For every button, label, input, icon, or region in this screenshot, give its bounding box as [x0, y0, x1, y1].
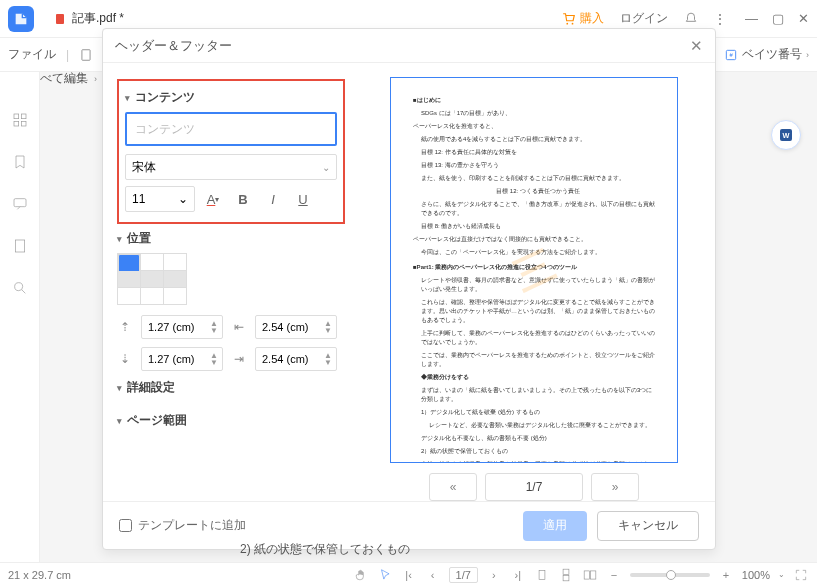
margin-bottom-icon: ⇣	[117, 352, 133, 366]
svg-point-13	[14, 283, 22, 291]
page-preview: 三 ■はじめに SDGs には「17の目標」があり、 ペーパーレス化を推進すると…	[390, 77, 678, 463]
pos-mid-left	[118, 271, 140, 287]
zoom-out[interactable]: −	[606, 567, 622, 583]
pos-bot-center[interactable]	[141, 288, 163, 304]
svg-rect-16	[539, 570, 545, 579]
tab-title: 記事.pdf *	[72, 10, 124, 27]
section-advanced[interactable]: 詳細設定	[117, 379, 345, 396]
cart-icon	[562, 12, 576, 26]
underline-button[interactable]: U	[291, 187, 315, 211]
login-link[interactable]: ログイン	[620, 10, 668, 27]
margin-left-input[interactable]: 2.54 (cm)▲▼	[255, 315, 337, 339]
select-tool[interactable]	[377, 567, 393, 583]
nav-first[interactable]: |‹	[401, 567, 417, 583]
fullscreen-button[interactable]	[793, 567, 809, 583]
word-export-badge[interactable]: W	[771, 120, 801, 150]
margin-right-input[interactable]: 2.54 (cm)▲▼	[255, 347, 337, 371]
svg-text:W: W	[783, 131, 790, 140]
thumbnails-icon[interactable]	[12, 112, 28, 128]
apply-button[interactable]: 適用	[523, 511, 587, 541]
cancel-button[interactable]: キャンセル	[597, 511, 699, 541]
svg-point-2	[572, 22, 574, 24]
search-icon[interactable]	[12, 280, 28, 296]
word-icon: W	[778, 127, 794, 143]
font-size-select[interactable]: 11 ⌄	[125, 186, 195, 212]
pos-mid-right	[164, 271, 186, 287]
hand-tool[interactable]	[353, 567, 369, 583]
margin-bottom-input[interactable]: 1.27 (cm)▲▼	[141, 347, 223, 371]
bell-icon	[684, 12, 698, 26]
menu-file[interactable]: ファイル	[8, 46, 56, 63]
comment-icon[interactable]	[12, 196, 28, 212]
hash-icon: #	[724, 48, 738, 62]
font-color-button[interactable]: A▾	[201, 187, 225, 211]
nav-prev[interactable]: ‹	[425, 567, 441, 583]
bell-button[interactable]	[684, 12, 698, 26]
position-grid	[117, 253, 187, 305]
zoom-in[interactable]: +	[718, 567, 734, 583]
svg-rect-17	[563, 569, 569, 574]
continuous-view[interactable]	[558, 567, 574, 583]
zoom-slider[interactable]	[630, 573, 710, 577]
section-page-range[interactable]: ページ範囲	[117, 412, 345, 429]
status-bar: 21 x 29.7 cm |‹ ‹ 1/7 › ›| − + 100% ⌄	[0, 562, 817, 586]
minimize-button[interactable]: —	[745, 11, 758, 26]
font-select[interactable]: 宋体 ⌄	[125, 154, 337, 180]
dialog-title: ヘッダー＆フッター	[115, 37, 232, 55]
chevron-down-icon: ⌄	[778, 570, 785, 579]
save-template-checkbox[interactable]: テンプレートに追加	[119, 517, 246, 534]
svg-rect-20	[590, 570, 595, 578]
pos-top-right[interactable]	[164, 254, 186, 270]
menu-recent[interactable]	[79, 48, 93, 62]
zoom-value[interactable]: 100%	[742, 569, 770, 581]
dialog-header: ヘッダー＆フッター ✕	[103, 29, 715, 63]
svg-rect-18	[563, 575, 569, 580]
buy-link[interactable]: 購入	[562, 10, 604, 27]
nav-last[interactable]: ›|	[510, 567, 526, 583]
two-page-view[interactable]	[582, 567, 598, 583]
margin-top-icon: ⇡	[117, 320, 133, 334]
margin-right-icon: ⇥	[231, 352, 247, 366]
pager-next[interactable]: »	[591, 473, 639, 501]
bates-number[interactable]: # ベイツ番号›	[724, 46, 809, 63]
section-content[interactable]: コンテンツ	[125, 89, 337, 106]
font-value: 宋体	[132, 159, 156, 176]
svg-rect-9	[14, 121, 19, 126]
pos-bot-right[interactable]	[164, 288, 186, 304]
kebab-icon: ⋮	[714, 12, 727, 26]
bookmark-icon[interactable]	[12, 154, 28, 170]
dialog-close-button[interactable]: ✕	[690, 37, 703, 55]
italic-button[interactable]: I	[261, 187, 285, 211]
page-indicator[interactable]: 1/7	[449, 567, 478, 583]
svg-rect-0	[56, 14, 64, 24]
pos-bot-left[interactable]	[118, 288, 140, 304]
preview-pager: « 1 / 7 »	[429, 473, 639, 501]
pager-prev[interactable]: «	[429, 473, 477, 501]
single-page-view[interactable]	[534, 567, 550, 583]
svg-rect-11	[14, 199, 26, 207]
maximize-button[interactable]: ▢	[772, 11, 784, 26]
svg-point-1	[566, 22, 568, 24]
close-button[interactable]: ✕	[798, 11, 809, 26]
svg-rect-12	[15, 240, 24, 252]
nav-next[interactable]: ›	[486, 567, 502, 583]
bold-button[interactable]: B	[231, 187, 255, 211]
background-text-peek: 2) 紙の状態で保管しておくもの	[240, 541, 410, 558]
svg-rect-3	[82, 49, 90, 60]
margin-top-input[interactable]: 1.27 (cm)▲▼	[141, 315, 223, 339]
section-position[interactable]: 位置	[117, 230, 345, 247]
content-input[interactable]	[125, 112, 337, 146]
margin-left-icon: ⇤	[231, 320, 247, 334]
page-dimensions: 21 x 29.7 cm	[8, 569, 71, 581]
chevron-down-icon: ⌄	[322, 162, 330, 173]
app-logo	[8, 6, 34, 32]
pos-top-center[interactable]	[141, 254, 163, 270]
kebab-button[interactable]: ⋮	[714, 12, 727, 26]
svg-rect-19	[584, 570, 589, 578]
highlighted-section: コンテンツ 宋体 ⌄ 11 ⌄ A▾ B I U	[117, 79, 345, 224]
settings-panel: コンテンツ 宋体 ⌄ 11 ⌄ A▾ B I U 位置	[103, 73, 359, 501]
svg-rect-7	[14, 114, 19, 119]
svg-text:#: #	[729, 52, 733, 58]
preview-panel: 三 ■はじめに SDGs には「17の目標」があり、 ペーパーレス化を推進すると…	[359, 73, 715, 501]
attachment-icon[interactable]	[12, 238, 28, 254]
